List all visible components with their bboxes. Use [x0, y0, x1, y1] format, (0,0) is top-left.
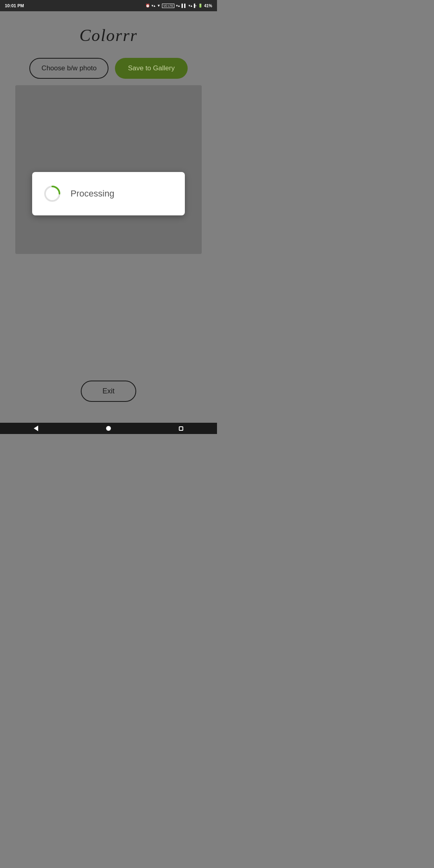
volte-icon: VO LTE: [162, 4, 174, 8]
battery-level: 41%: [204, 4, 212, 8]
choose-photo-button[interactable]: Choose b/w photo: [29, 58, 108, 79]
no-signal-icon: ▌: [194, 4, 197, 8]
status-time: 10:01 PM: [5, 3, 24, 8]
processing-overlay: Processing: [15, 85, 202, 254]
volte-arrows-icon: ▾▴: [176, 4, 180, 8]
wifi-signal-icon: ▼: [157, 4, 161, 8]
app-title: Colorrr: [80, 26, 138, 45]
battery-icon: 🔋: [198, 4, 203, 8]
processing-text: Processing: [71, 188, 115, 199]
back-button[interactable]: [34, 426, 38, 431]
home-icon: [106, 426, 111, 431]
exit-button-container: Exit: [81, 381, 136, 402]
image-area: Processing: [15, 85, 202, 254]
home-button[interactable]: [106, 426, 111, 431]
buttons-row: Choose b/w photo Save to Gallery: [29, 58, 187, 79]
status-bar: 10:01 PM ⏰ ▾▴ ▼ VO LTE ▾▴ ▌▌ ▾▴ ▌ 🔋 41%: [0, 0, 217, 11]
loading-spinner: [43, 185, 61, 203]
processing-dialog: Processing: [32, 172, 185, 215]
status-icons: ⏰ ▾▴ ▼ VO LTE ▾▴ ▌▌ ▾▴ ▌ 🔋 41%: [145, 4, 212, 8]
signal-icon: ▌▌: [182, 4, 187, 8]
save-to-gallery-button[interactable]: Save to Gallery: [115, 58, 187, 79]
alarm-icon: ⏰: [145, 4, 150, 8]
exit-button[interactable]: Exit: [81, 381, 136, 402]
nav-bar: [0, 423, 217, 434]
recents-button[interactable]: [179, 426, 183, 431]
app-container: Colorrr Choose b/w photo Save to Gallery…: [0, 11, 217, 423]
signal-arrows-icon: ▾▴: [188, 4, 192, 8]
recent-icon: [179, 426, 183, 431]
back-icon: [34, 426, 38, 431]
wifi-icon: ▾▴: [151, 4, 156, 8]
